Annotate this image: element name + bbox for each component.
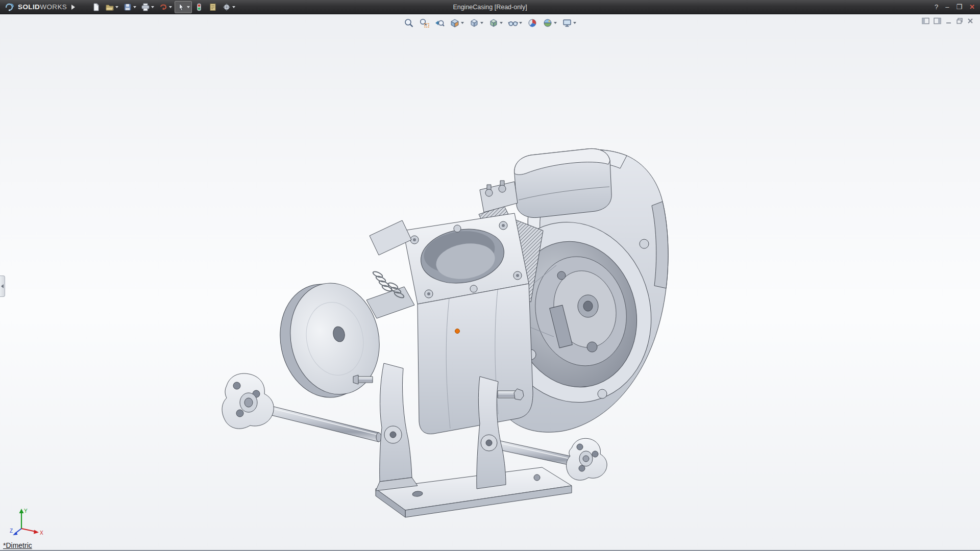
select-cursor-icon — [177, 3, 186, 12]
dropdown-caret[interactable] — [573, 22, 576, 24]
triad-z-label: Z — [10, 528, 13, 534]
reference-triad: Y X Z — [9, 506, 45, 538]
solidworks-window: SOLIDWORKS — [0, 0, 980, 551]
feature-panel-collapse-tab[interactable] — [0, 276, 5, 297]
view-orientation-icon — [469, 18, 479, 28]
brand-text: SOLIDWORKS — [18, 3, 67, 11]
view-orientation-button[interactable] — [468, 17, 485, 29]
select-button[interactable] — [175, 1, 192, 13]
file-properties-icon — [208, 3, 217, 12]
part-left-disc[interactable] — [270, 275, 389, 406]
window-controls: ? – ❐ ✕ — [935, 4, 975, 10]
doc-close-icon[interactable] — [967, 17, 974, 24]
dropdown-caret[interactable] — [115, 6, 118, 8]
dropdown-caret[interactable] — [519, 22, 522, 24]
solidworks-brand: SOLIDWORKS — [4, 3, 75, 12]
open-button[interactable] — [103, 1, 120, 13]
model-engine-casing[interactable] — [0, 14, 980, 551]
part-rear-flange[interactable] — [567, 438, 607, 480]
doc-restore-icon[interactable] — [956, 17, 963, 24]
edit-appearance-button[interactable] — [526, 17, 539, 29]
part-front-shaft[interactable] — [255, 402, 381, 442]
new-document-button[interactable] — [89, 1, 103, 13]
3ds-logo-icon — [4, 3, 15, 12]
apply-scene-button[interactable] — [541, 17, 558, 29]
undo-button[interactable] — [157, 1, 174, 13]
hide-show-items-icon — [508, 18, 518, 28]
part-bracket-springs[interactable] — [366, 220, 414, 318]
display-style-button[interactable] — [487, 17, 504, 29]
part-front-flange[interactable] — [222, 373, 274, 429]
previous-view-button[interactable] — [433, 17, 446, 29]
selection-point[interactable] — [455, 329, 460, 334]
headsup-view-toolbar — [402, 17, 578, 29]
view-settings-button[interactable] — [560, 17, 578, 29]
part-left-leg[interactable] — [376, 363, 418, 491]
edit-appearance-icon — [527, 18, 537, 28]
zoom-to-area-button[interactable] — [418, 17, 431, 29]
triad-x-label: X — [40, 530, 43, 536]
dropdown-caret[interactable] — [169, 6, 172, 8]
dropdown-caret[interactable] — [500, 22, 503, 24]
hide-show-items-button[interactable] — [506, 17, 524, 29]
undo-icon — [159, 3, 168, 12]
options-gear-icon — [222, 3, 231, 12]
close-button[interactable]: ✕ — [969, 4, 975, 10]
save-button[interactable] — [121, 1, 138, 13]
dropdown-caret[interactable] — [554, 22, 557, 24]
zoom-to-area-icon — [419, 18, 429, 28]
part-crankcase-front[interactable] — [418, 284, 533, 434]
pane-left-icon[interactable] — [922, 17, 930, 24]
dropdown-caret[interactable] — [461, 22, 464, 24]
section-view-icon — [450, 18, 460, 28]
view-orientation-label: *Dimetric — [3, 541, 32, 549]
new-document-icon — [91, 3, 101, 12]
print-button[interactable] — [139, 1, 156, 13]
graphics-area[interactable]: Y X Z *Dimetric — [0, 14, 980, 551]
dropdown-caret[interactable] — [133, 6, 136, 8]
minimize-button[interactable]: – — [945, 4, 949, 10]
part-top-cover[interactable] — [480, 148, 611, 217]
save-icon — [123, 3, 132, 12]
dropdown-caret[interactable] — [232, 6, 235, 8]
help-button[interactable]: ? — [935, 4, 938, 10]
title-bar: SOLIDWORKS — [0, 0, 980, 14]
doc-minimize-icon[interactable] — [945, 17, 952, 24]
file-properties-button[interactable] — [206, 1, 219, 13]
previous-view-icon — [434, 18, 445, 28]
triad-y-label: Y — [24, 508, 28, 514]
dropdown-caret[interactable] — [187, 6, 190, 8]
display-style-icon — [488, 18, 499, 28]
restore-button[interactable]: ❐ — [956, 4, 962, 10]
apply-scene-icon — [543, 18, 553, 28]
open-icon — [105, 3, 114, 12]
options-button[interactable] — [220, 1, 237, 13]
view-settings-icon — [562, 18, 572, 28]
menu-expand-arrow-icon[interactable] — [71, 5, 75, 10]
brand-works: WORKS — [40, 3, 67, 11]
rebuild-button[interactable] — [192, 1, 206, 13]
pane-right-icon[interactable] — [934, 17, 942, 24]
document-window-controls — [922, 17, 974, 24]
print-icon — [141, 3, 150, 12]
dropdown-caret[interactable] — [480, 22, 483, 24]
section-view-button[interactable] — [448, 17, 465, 29]
dropdown-caret[interactable] — [151, 6, 154, 8]
rebuild-stoplight-icon — [194, 3, 204, 12]
titlebar-toolbar — [89, 1, 237, 13]
collapse-arrow-icon — [1, 284, 4, 288]
brand-solid: SOLID — [18, 3, 40, 11]
zoom-to-fit-button[interactable] — [402, 17, 415, 29]
document-title: EngineCasing [Read-only] — [453, 4, 527, 11]
zoom-to-fit-icon — [404, 18, 414, 28]
